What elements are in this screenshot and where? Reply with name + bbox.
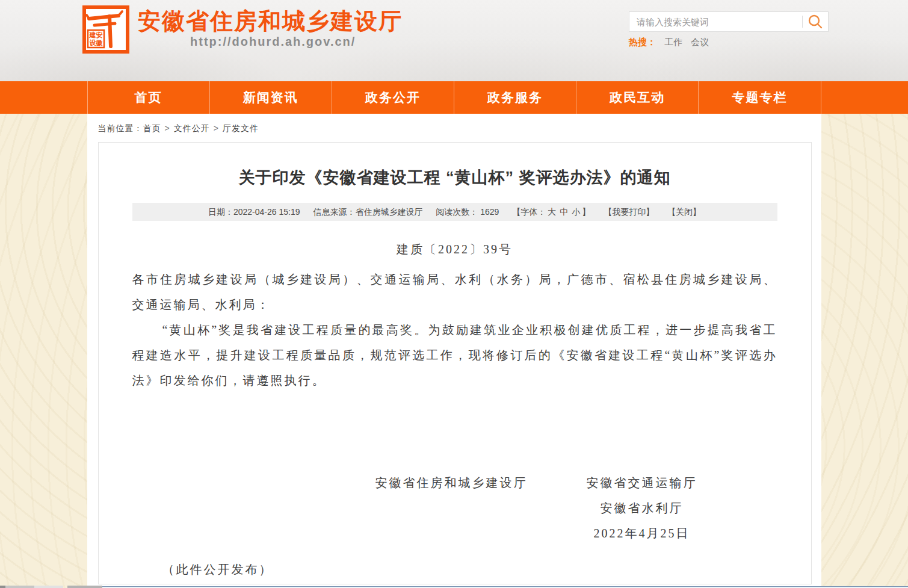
font-size-medium-button[interactable]: 中 <box>560 207 568 217</box>
breadcrumb-separator: > <box>165 123 170 133</box>
hot-search-row: 热搜：工作会议 <box>629 37 709 48</box>
bottom-edge-segment <box>67 586 102 588</box>
article-meta-bar: 日期：2022-04-26 15:19 信息来源：省住房城乡建设厅 阅读次数： … <box>132 203 777 221</box>
svg-text:设徽: 设徽 <box>90 39 103 46</box>
signature-housing-dept: 安徽省住房和城乡建设厅 <box>375 470 528 495</box>
breadcrumb-home[interactable]: 首页 <box>143 123 161 133</box>
search-button[interactable] <box>803 12 828 31</box>
search-box <box>629 11 829 32</box>
bottom-edge-segment <box>34 586 63 588</box>
paragraph-addressees: 各市住房城乡建设局（城乡建设局）、交通运输局、水利（水务）局，广德市、宿松县住房… <box>132 267 777 317</box>
signature-spacer <box>132 393 777 470</box>
hot-search-item-meeting[interactable]: 会议 <box>691 37 709 47</box>
signature-right-column: 安徽省交通运输厅 安徽省水利厅 2022年4月25日 <box>587 470 697 546</box>
article-title: 关于印发《安徽省建设工程 “黄山杯” 奖评选办法》的通知 <box>132 167 777 188</box>
meta-source: 信息来源：省住房城乡建设厅 <box>313 207 422 217</box>
content-background: 当前位置：首页>文件公开>厅发文件 关于印发《安徽省建设工程 “黄山杯” 奖评选… <box>0 114 908 588</box>
meta-views-count: 1629 <box>480 207 499 217</box>
svg-text:建安: 建安 <box>89 31 103 39</box>
breadcrumb: 当前位置：首页>文件公开>厅发文件 <box>87 114 821 142</box>
signature-date: 2022年4月25日 <box>587 521 697 546</box>
signature-row: 安徽省住房和城乡建设厅 安徽省交通运输厅 安徽省水利厅 2022年4月25日 <box>132 470 777 546</box>
close-button[interactable]: 【关闭】 <box>667 207 701 217</box>
nav-item-public-interaction[interactable]: 政民互动 <box>576 81 698 114</box>
document-number: 建质〔2022〕39号 <box>132 237 777 262</box>
bottom-edge-segment <box>0 586 5 588</box>
main-nav: 首页 新闻资讯 政务公开 政务服务 政民互动 专题专栏 <box>0 81 908 114</box>
public-release-note: （此件公开发布） <box>162 557 777 582</box>
nav-item-gov-services[interactable]: 政务服务 <box>454 81 576 114</box>
nav-item-news[interactable]: 新闻资讯 <box>209 81 332 114</box>
font-size-large-button[interactable]: 大 <box>548 207 556 217</box>
bottom-edge-segment <box>5 586 34 588</box>
breadcrumb-dept-documents[interactable]: 厅发文件 <box>223 123 259 133</box>
paragraph-main: “黄山杯”奖是我省建设工程质量的最高奖。为鼓励建筑业企业积极创建优质工程，进一步… <box>132 317 777 393</box>
document-body: 建质〔2022〕39号 各市住房城乡建设局（城乡建设局）、交通运输局、水利（水务… <box>132 237 777 584</box>
search-icon <box>808 14 823 29</box>
meta-views: 阅读次数： 1629 <box>436 207 499 217</box>
nav-item-special-topics[interactable]: 专题专栏 <box>698 81 821 114</box>
page: 建安 设徽 安徽省住房和城乡建设厅 http://dohurd.ah.gov.c… <box>0 0 908 588</box>
search-input[interactable] <box>629 12 802 31</box>
article-card: 关于印发《安徽省建设工程 “黄山杯” 奖评选办法》的通知 日期：2022-04-… <box>98 142 812 584</box>
site-title: 安徽省住房和城乡建设厅 <box>138 6 403 37</box>
hot-search-item-work[interactable]: 工作 <box>664 37 682 47</box>
site-logo-icon[interactable]: 建安 设徽 <box>82 5 129 54</box>
page-bottom-edge <box>0 586 908 588</box>
signature-transport-dept: 安徽省交通运输厅 <box>587 470 697 495</box>
breadcrumb-file-disclosure[interactable]: 文件公开 <box>174 123 210 133</box>
site-header: 建安 设徽 安徽省住房和城乡建设厅 http://dohurd.ah.gov.c… <box>0 0 908 81</box>
main-nav-inner: 首页 新闻资讯 政务公开 政务服务 政民互动 专题专栏 <box>87 81 821 114</box>
hot-search-label: 热搜： <box>629 37 656 47</box>
nav-item-gov-disclosure[interactable]: 政务公开 <box>332 81 454 114</box>
meta-font-size-control: 【字体：大中小】 <box>512 207 590 217</box>
site-url: http://dohurd.ah.gov.cn/ <box>190 35 356 49</box>
print-button[interactable]: 【我要打印】 <box>604 207 654 217</box>
breadcrumb-separator: > <box>214 123 219 133</box>
font-size-small-button[interactable]: 小 <box>572 207 580 217</box>
breadcrumb-label: 当前位置： <box>98 123 143 133</box>
nav-item-home[interactable]: 首页 <box>87 81 209 114</box>
signature-water-dept: 安徽省水利厅 <box>587 495 697 521</box>
content-container: 当前位置：首页>文件公开>厅发文件 关于印发《安徽省建设工程 “黄山杯” 奖评选… <box>87 114 821 588</box>
archway-logo-icon: 建安 设徽 <box>82 5 129 54</box>
meta-date: 日期：2022-04-26 15:19 <box>208 207 300 217</box>
